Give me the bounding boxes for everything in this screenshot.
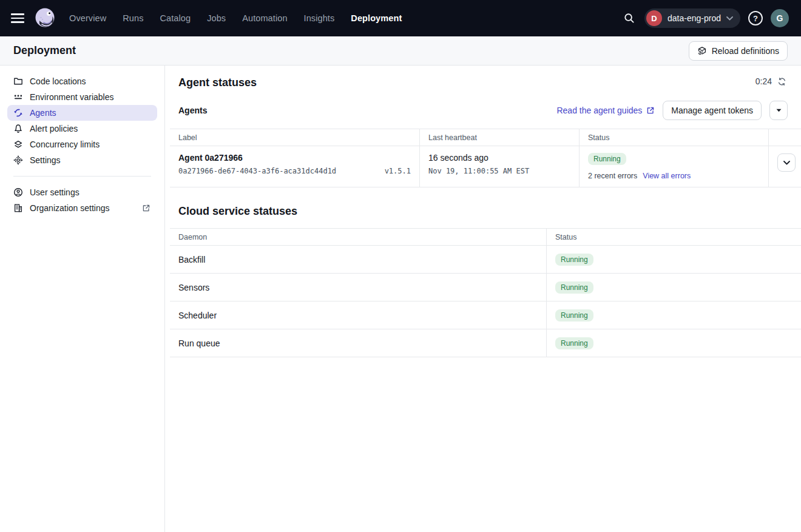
agents-table: Label Last heartbeat Status Agent 0a2719… <box>170 129 801 187</box>
manage-agent-tokens-button[interactable]: Manage agent tokens <box>663 101 762 120</box>
building-icon <box>13 203 23 213</box>
sidebar-item-agents[interactable]: Agents <box>7 105 157 121</box>
sidebar-item-organization-settings[interactable]: Organization settings <box>7 200 157 216</box>
user-icon <box>13 187 23 197</box>
deployment-sidebar: Code locations Environment variables Age… <box>0 66 165 532</box>
primary-nav: Overview Runs Catalog Jobs Automation In… <box>69 13 402 23</box>
col-expand <box>769 129 801 146</box>
sidebar-item-environment-variables[interactable]: Environment variables <box>7 89 157 105</box>
agent-statuses-heading: Agent statuses <box>178 76 257 89</box>
cloud-services-table: Daemon Status Backfill Running Sensors R… <box>170 228 801 357</box>
recent-errors-text: 2 recent errors <box>588 172 637 180</box>
status-badge: Running <box>555 309 593 322</box>
status-badge: Running <box>555 337 593 349</box>
daemon-name: Scheduler <box>170 301 547 329</box>
external-link-icon <box>646 106 655 115</box>
help-icon[interactable]: ? <box>748 11 763 25</box>
nav-catalog[interactable]: Catalog <box>160 13 191 23</box>
col-status: Status <box>580 129 769 146</box>
agent-version: v1.5.1 <box>385 167 411 175</box>
agent-icon <box>13 108 23 118</box>
agents-table-header: Label Last heartbeat Status <box>170 129 801 146</box>
deployment-name: data-eng-prod <box>668 13 721 23</box>
agent-id: 0a271966-de67-4043-a3f6-aca31dc44d1d <box>178 167 336 175</box>
nav-jobs[interactable]: Jobs <box>207 13 226 23</box>
daemon-name: Backfill <box>170 246 547 273</box>
col-status: Status <box>547 229 801 245</box>
col-label: Label <box>170 129 420 146</box>
status-badge: Running <box>588 153 626 165</box>
nav-deployment[interactable]: Deployment <box>351 13 402 23</box>
agent-label: Agent 0a271966 <box>178 153 411 163</box>
sidebar-item-user-settings[interactable]: User settings <box>7 184 157 200</box>
sidebar-item-alert-policies[interactable]: Alert policies <box>7 121 157 136</box>
deployment-badge: D <box>646 10 662 26</box>
expand-agent-row-button[interactable] <box>777 153 796 172</box>
search-icon[interactable] <box>622 11 637 25</box>
cloud-table-header: Daemon Status <box>170 228 801 246</box>
code-location-reload-icon <box>697 46 707 56</box>
sidebar-item-concurrency-limits[interactable]: Concurrency limits <box>7 136 157 152</box>
dagster-logo-icon[interactable] <box>33 7 56 30</box>
page-header: Deployment Reload definitions <box>0 36 801 66</box>
avatar[interactable]: G <box>771 9 789 27</box>
daemon-row-run-queue: Run queue Running <box>170 329 801 357</box>
agent-actions-dropdown-button[interactable] <box>769 101 788 120</box>
nav-insights[interactable]: Insights <box>304 13 335 23</box>
daemon-row-sensors: Sensors Running <box>170 274 801 301</box>
variables-icon <box>13 92 23 102</box>
col-last-heartbeat: Last heartbeat <box>420 129 580 146</box>
refresh-timer: 0:24 <box>755 76 786 86</box>
nav-runs[interactable]: Runs <box>123 13 143 23</box>
chevron-down-icon <box>726 16 733 21</box>
daemon-name: Sensors <box>170 274 547 301</box>
cloud-service-statuses-heading: Cloud service statuses <box>178 205 801 218</box>
daemon-row-backfill: Backfill Running <box>170 246 801 274</box>
nav-overview[interactable]: Overview <box>69 13 106 23</box>
status-badge: Running <box>555 254 593 266</box>
bell-icon <box>13 124 23 133</box>
page-title: Deployment <box>13 44 76 57</box>
status-badge: Running <box>555 281 593 294</box>
sidebar-divider <box>13 176 151 177</box>
caret-down-icon <box>776 109 782 112</box>
chevron-down-icon <box>783 161 790 165</box>
sidebar-item-code-locations[interactable]: Code locations <box>7 73 157 89</box>
nav-automation[interactable]: Automation <box>242 13 287 23</box>
top-nav: Overview Runs Catalog Jobs Automation In… <box>0 0 801 36</box>
gear-icon <box>13 155 23 165</box>
layers-icon <box>13 140 23 149</box>
deployment-switcher[interactable]: D data-eng-prod <box>644 8 740 28</box>
refresh-countdown: 0:24 <box>755 76 772 86</box>
daemon-name: Run queue <box>170 329 547 357</box>
heartbeat-relative: 16 seconds ago <box>428 153 570 163</box>
menu-icon[interactable] <box>11 11 25 25</box>
agent-guides-link[interactable]: Read the agent guides <box>556 106 655 115</box>
folder-icon <box>13 76 23 86</box>
view-all-errors-link[interactable]: View all errors <box>643 172 691 180</box>
main-content: Agent statuses 0:24 Agents Read the agen… <box>165 66 801 532</box>
external-link-icon <box>141 203 151 213</box>
agents-section-label: Agents <box>178 106 207 115</box>
heartbeat-timestamp: Nov 19, 11:00:55 AM EST <box>428 167 529 175</box>
col-daemon: Daemon <box>170 229 547 245</box>
agent-row: Agent 0a271966 0a271966-de67-4043-a3f6-a… <box>170 146 801 187</box>
reload-definitions-button[interactable]: Reload definitions <box>689 41 788 61</box>
daemon-row-scheduler: Scheduler Running <box>170 301 801 329</box>
sidebar-item-settings[interactable]: Settings <box>7 152 157 168</box>
refresh-icon[interactable] <box>777 77 786 86</box>
